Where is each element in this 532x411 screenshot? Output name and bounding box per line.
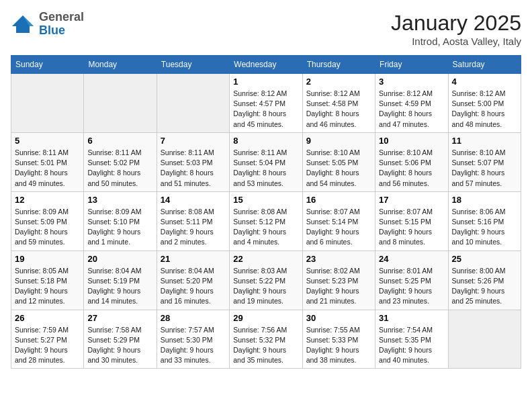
logo-icon (11, 14, 35, 34)
day-info: Sunrise: 7:58 AM Sunset: 5:29 PM Dayligh… (87, 325, 152, 366)
day-info: Sunrise: 8:05 AM Sunset: 5:18 PM Dayligh… (15, 266, 80, 307)
day-number: 13 (87, 195, 152, 205)
weekday-header-tuesday: Tuesday (157, 56, 229, 74)
day-number: 14 (161, 195, 226, 205)
day-info: Sunrise: 8:12 AM Sunset: 4:59 PM Dayligh… (379, 89, 444, 130)
calendar-cell: 17Sunrise: 8:07 AM Sunset: 5:15 PM Dayli… (375, 191, 448, 250)
logo-blue: Blue (39, 24, 65, 37)
calendar-cell (448, 310, 521, 369)
day-number: 26 (15, 313, 80, 323)
weekday-header-thursday: Thursday (302, 56, 375, 74)
day-number: 31 (379, 313, 444, 323)
day-info: Sunrise: 8:11 AM Sunset: 5:02 PM Dayligh… (87, 148, 152, 189)
day-number: 19 (15, 254, 80, 264)
day-info: Sunrise: 7:57 AM Sunset: 5:30 PM Dayligh… (161, 325, 226, 366)
calendar-cell: 12Sunrise: 8:09 AM Sunset: 5:09 PM Dayli… (11, 191, 84, 250)
day-info: Sunrise: 8:12 AM Sunset: 4:58 PM Dayligh… (306, 89, 371, 130)
page-header: General Blue January 2025 Introd, Aosta … (11, 11, 521, 47)
day-number: 6 (87, 136, 152, 146)
day-info: Sunrise: 8:11 AM Sunset: 5:04 PM Dayligh… (233, 148, 298, 189)
weekday-header-row: SundayMondayTuesdayWednesdayThursdayFrid… (11, 56, 521, 74)
day-info: Sunrise: 8:12 AM Sunset: 5:00 PM Dayligh… (452, 89, 517, 130)
day-number: 24 (379, 254, 444, 264)
day-info: Sunrise: 8:03 AM Sunset: 5:22 PM Dayligh… (233, 266, 298, 307)
calendar-cell: 25Sunrise: 8:00 AM Sunset: 5:26 PM Dayli… (448, 250, 521, 310)
day-number: 16 (306, 195, 371, 205)
day-number: 9 (306, 136, 371, 146)
day-info: Sunrise: 8:02 AM Sunset: 5:23 PM Dayligh… (306, 266, 371, 307)
calendar-cell: 22Sunrise: 8:03 AM Sunset: 5:22 PM Dayli… (230, 250, 302, 310)
weekday-header-sunday: Sunday (11, 56, 84, 74)
day-info: Sunrise: 8:10 AM Sunset: 5:05 PM Dayligh… (306, 148, 371, 189)
day-info: Sunrise: 8:07 AM Sunset: 5:15 PM Dayligh… (379, 207, 444, 248)
calendar-cell: 14Sunrise: 8:08 AM Sunset: 5:11 PM Dayli… (157, 191, 229, 250)
day-number: 3 (379, 77, 444, 87)
day-number: 22 (233, 254, 298, 264)
day-number: 29 (233, 313, 298, 323)
day-number: 28 (161, 313, 226, 323)
calendar-cell: 13Sunrise: 8:09 AM Sunset: 5:10 PM Dayli… (84, 191, 157, 250)
calendar-cell: 4Sunrise: 8:12 AM Sunset: 5:00 PM Daylig… (448, 74, 521, 133)
day-number: 10 (379, 136, 444, 146)
day-info: Sunrise: 8:10 AM Sunset: 5:07 PM Dayligh… (452, 148, 517, 189)
calendar-cell: 23Sunrise: 8:02 AM Sunset: 5:23 PM Dayli… (302, 250, 375, 310)
calendar-cell: 9Sunrise: 8:10 AM Sunset: 5:05 PM Daylig… (302, 132, 375, 191)
day-number: 1 (233, 77, 298, 87)
calendar-cell: 21Sunrise: 8:04 AM Sunset: 5:20 PM Dayli… (157, 250, 229, 310)
calendar-table: SundayMondayTuesdayWednesdayThursdayFrid… (11, 55, 521, 369)
day-number: 20 (87, 254, 152, 264)
day-number: 8 (233, 136, 298, 146)
day-info: Sunrise: 8:00 AM Sunset: 5:26 PM Dayligh… (452, 266, 517, 307)
day-info: Sunrise: 8:12 AM Sunset: 4:57 PM Dayligh… (233, 89, 298, 130)
weekday-header-saturday: Saturday (448, 56, 521, 74)
location-subtitle: Introd, Aosta Valley, Italy (391, 36, 521, 47)
calendar-cell: 2Sunrise: 8:12 AM Sunset: 4:58 PM Daylig… (302, 74, 375, 133)
day-info: Sunrise: 8:09 AM Sunset: 5:10 PM Dayligh… (87, 207, 152, 248)
day-info: Sunrise: 8:11 AM Sunset: 5:03 PM Dayligh… (161, 148, 226, 189)
day-number: 25 (452, 254, 517, 264)
calendar-cell: 30Sunrise: 7:55 AM Sunset: 5:33 PM Dayli… (302, 310, 375, 369)
calendar-week-1: 1Sunrise: 8:12 AM Sunset: 4:57 PM Daylig… (11, 74, 521, 133)
day-info: Sunrise: 8:11 AM Sunset: 5:01 PM Dayligh… (15, 148, 80, 189)
calendar-cell: 6Sunrise: 8:11 AM Sunset: 5:02 PM Daylig… (84, 132, 157, 191)
calendar-cell: 3Sunrise: 8:12 AM Sunset: 4:59 PM Daylig… (375, 74, 448, 133)
day-info: Sunrise: 8:09 AM Sunset: 5:09 PM Dayligh… (15, 207, 80, 248)
day-number: 2 (306, 77, 371, 87)
day-info: Sunrise: 7:55 AM Sunset: 5:33 PM Dayligh… (306, 325, 371, 366)
title-area: January 2025 Introd, Aosta Valley, Italy (391, 11, 521, 47)
weekday-header-friday: Friday (375, 56, 448, 74)
calendar-cell: 27Sunrise: 7:58 AM Sunset: 5:29 PM Dayli… (84, 310, 157, 369)
calendar-cell: 18Sunrise: 8:06 AM Sunset: 5:16 PM Dayli… (448, 191, 521, 250)
calendar-cell: 11Sunrise: 8:10 AM Sunset: 5:07 PM Dayli… (448, 132, 521, 191)
calendar-cell: 7Sunrise: 8:11 AM Sunset: 5:03 PM Daylig… (157, 132, 229, 191)
day-info: Sunrise: 8:01 AM Sunset: 5:25 PM Dayligh… (379, 266, 444, 307)
day-number: 5 (15, 136, 80, 146)
day-number: 11 (452, 136, 517, 146)
calendar-cell (157, 74, 229, 133)
calendar-cell: 29Sunrise: 7:56 AM Sunset: 5:32 PM Dayli… (230, 310, 302, 369)
weekday-header-wednesday: Wednesday (230, 56, 302, 74)
calendar-cell: 16Sunrise: 8:07 AM Sunset: 5:14 PM Dayli… (302, 191, 375, 250)
logo: General Blue (11, 11, 84, 38)
logo-general: General (39, 10, 84, 24)
day-info: Sunrise: 8:08 AM Sunset: 5:12 PM Dayligh… (233, 207, 298, 248)
calendar-cell: 20Sunrise: 8:04 AM Sunset: 5:19 PM Dayli… (84, 250, 157, 310)
calendar-week-5: 26Sunrise: 7:59 AM Sunset: 5:27 PM Dayli… (11, 310, 521, 369)
logo-text: General Blue (39, 11, 84, 38)
day-number: 18 (452, 195, 517, 205)
calendar-week-3: 12Sunrise: 8:09 AM Sunset: 5:09 PM Dayli… (11, 191, 521, 250)
day-info: Sunrise: 8:10 AM Sunset: 5:06 PM Dayligh… (379, 148, 444, 189)
calendar-cell: 5Sunrise: 8:11 AM Sunset: 5:01 PM Daylig… (11, 132, 84, 191)
day-info: Sunrise: 7:59 AM Sunset: 5:27 PM Dayligh… (15, 325, 80, 366)
calendar-cell: 26Sunrise: 7:59 AM Sunset: 5:27 PM Dayli… (11, 310, 84, 369)
calendar-week-2: 5Sunrise: 8:11 AM Sunset: 5:01 PM Daylig… (11, 132, 521, 191)
day-number: 17 (379, 195, 444, 205)
day-number: 12 (15, 195, 80, 205)
day-number: 4 (452, 77, 517, 87)
calendar-cell: 31Sunrise: 7:54 AM Sunset: 5:35 PM Dayli… (375, 310, 448, 369)
calendar-cell: 15Sunrise: 8:08 AM Sunset: 5:12 PM Dayli… (230, 191, 302, 250)
day-info: Sunrise: 7:56 AM Sunset: 5:32 PM Dayligh… (233, 325, 298, 366)
day-number: 7 (161, 136, 226, 146)
calendar-cell: 28Sunrise: 7:57 AM Sunset: 5:30 PM Dayli… (157, 310, 229, 369)
calendar-cell (84, 74, 157, 133)
